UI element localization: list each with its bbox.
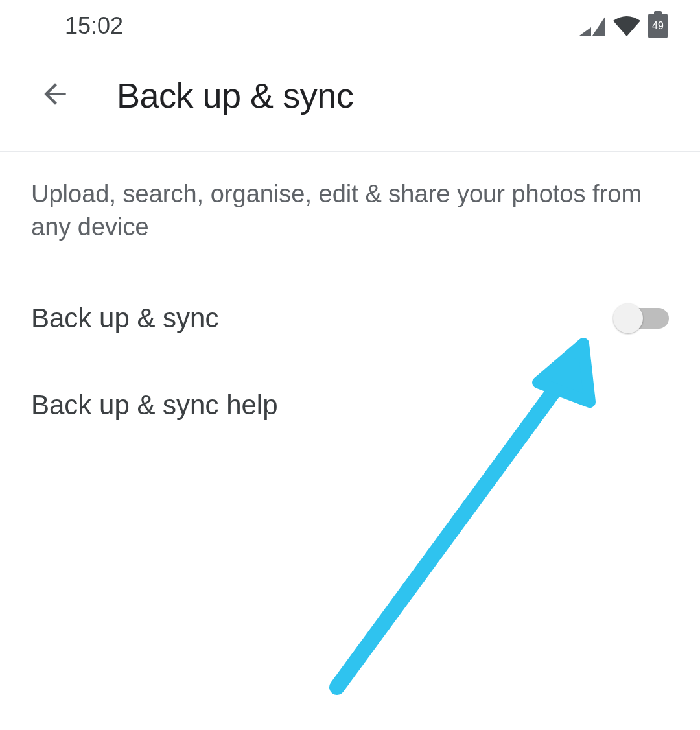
app-bar: Back up & sync xyxy=(0,52,700,152)
svg-marker-0 xyxy=(579,27,591,36)
back-button[interactable] xyxy=(32,71,78,119)
battery-icon: 49 xyxy=(648,14,668,38)
backup-sync-row[interactable]: Back up & sync xyxy=(0,290,700,360)
arrow-left-icon xyxy=(39,78,71,112)
backup-sync-toggle[interactable] xyxy=(613,305,669,331)
status-bar: 15:02 49 xyxy=(0,0,700,52)
battery-level: 49 xyxy=(652,20,664,32)
signal-icon xyxy=(579,16,605,36)
description-text: Upload, search, organise, edit & share y… xyxy=(31,178,669,244)
content: Upload, search, organise, edit & share y… xyxy=(0,152,700,434)
page-title: Back up & sync xyxy=(117,75,353,115)
wifi-icon xyxy=(613,16,640,36)
svg-marker-1 xyxy=(592,16,605,36)
status-time: 15:02 xyxy=(65,12,123,40)
backup-sync-help-row[interactable]: Back up & sync help xyxy=(0,360,700,434)
backup-sync-label: Back up & sync xyxy=(31,303,218,334)
toggle-thumb xyxy=(613,303,643,333)
backup-sync-help-label: Back up & sync help xyxy=(31,390,278,421)
status-icons: 49 xyxy=(579,14,668,38)
